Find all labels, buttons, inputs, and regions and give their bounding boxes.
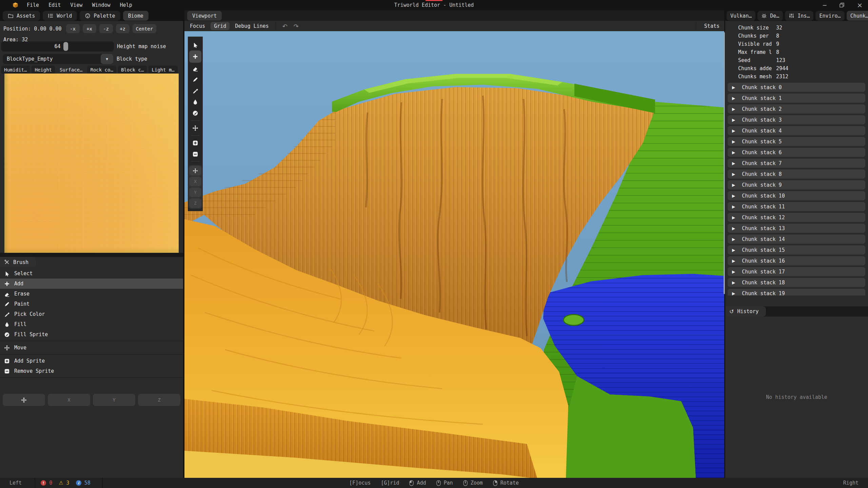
- triangle-right-icon[interactable]: ▶: [732, 150, 735, 155]
- brush-tool-item[interactable]: Remove Sprite: [0, 366, 183, 376]
- triangle-right-icon[interactable]: ▶: [732, 237, 735, 242]
- position-button[interactable]: -z: [99, 24, 113, 33]
- triangle-right-icon[interactable]: ▶: [732, 85, 735, 90]
- triangle-right-icon[interactable]: ▶: [732, 194, 735, 198]
- brush-tool-item[interactable]: Move: [0, 343, 183, 353]
- warning-count[interactable]: 3: [66, 480, 70, 486]
- menu-item[interactable]: Help: [115, 0, 137, 10]
- viewport-tool-button[interactable]: [189, 63, 201, 74]
- chunk-stack-row[interactable]: ▶ Chunk stack 16: [728, 256, 865, 265]
- brush-tool-item[interactable]: Erase: [0, 289, 183, 299]
- chunk-stack-row[interactable]: ▶ Chunk stack 1: [728, 94, 865, 103]
- brush-tool-item[interactable]: Add Sprite: [0, 356, 183, 366]
- viewport-tool-button[interactable]: [189, 85, 201, 96]
- chunk-stack-row[interactable]: ▶ Chunk stack 6: [728, 148, 865, 157]
- error-icon[interactable]: !: [41, 480, 46, 486]
- brush-tool-item[interactable]: Pick Color: [0, 309, 183, 319]
- chunk-stack-row[interactable]: ▶ Chunk stack 8: [728, 169, 865, 179]
- panel-tab[interactable]: Palette: [80, 11, 120, 21]
- redo-icon[interactable]: ↷: [291, 23, 302, 30]
- chunk-stack-row[interactable]: ▶ Chunk stack 9: [728, 180, 865, 189]
- chunk-stack-row[interactable]: ▶ Chunk stack 0: [728, 83, 865, 92]
- viewport-tool-button[interactable]: [189, 50, 201, 63]
- menu-item[interactable]: View: [65, 0, 87, 10]
- error-count[interactable]: 0: [49, 480, 52, 486]
- triangle-right-icon[interactable]: ▶: [732, 280, 735, 285]
- info-icon[interactable]: i: [76, 480, 81, 486]
- panel-tab[interactable]: Ins…: [785, 11, 813, 21]
- position-button[interactable]: -x: [66, 24, 80, 33]
- map-layer-tab[interactable]: Surface…: [57, 65, 85, 74]
- chunk-stack-row[interactable]: ▶ Chunk stack 17: [728, 267, 865, 276]
- menu-item[interactable]: File: [22, 0, 44, 10]
- triangle-right-icon[interactable]: ▶: [732, 161, 735, 166]
- chunk-stack-row[interactable]: ▶ Chunk stack 5: [728, 137, 865, 146]
- biome-map-preview[interactable]: [4, 74, 179, 253]
- history-tab[interactable]: ↺ History: [725, 306, 766, 317]
- brush-tool-item[interactable]: Fill: [0, 319, 183, 329]
- viewport-tool-button[interactable]: [189, 107, 201, 119]
- panel-tab[interactable]: Assets: [3, 11, 40, 21]
- brush-tool-item[interactable]: Select: [0, 268, 183, 279]
- position-button[interactable]: +z: [116, 24, 130, 33]
- menu-item[interactable]: Edit: [44, 0, 65, 10]
- map-layer-tab[interactable]: Height: [32, 65, 55, 74]
- stats-toggle[interactable]: Stats: [699, 23, 724, 29]
- triangle-right-icon[interactable]: ▶: [732, 172, 735, 177]
- triangle-right-icon[interactable]: ▶: [732, 139, 735, 144]
- triangle-right-icon[interactable]: ▶: [732, 107, 735, 111]
- focus-button[interactable]: Focus: [186, 22, 209, 30]
- height-noise-slider[interactable]: 64: [1, 41, 114, 52]
- axis-button[interactable]: X: [48, 394, 90, 406]
- minimize-button[interactable]: −: [822, 0, 827, 10]
- chunk-stack-row[interactable]: ▶ Chunk stack 13: [728, 224, 865, 233]
- viewport-tool-button[interactable]: [189, 148, 201, 160]
- brush-tool-item[interactable]: Fill Sprite: [0, 329, 183, 340]
- maximize-button[interactable]: [839, 2, 845, 8]
- chunk-stack-row[interactable]: ▶ Chunk stack 2: [728, 104, 865, 114]
- triangle-right-icon[interactable]: ▶: [732, 259, 735, 263]
- triangle-right-icon[interactable]: ▶: [732, 118, 735, 122]
- panel-tab[interactable]: Enviro…: [815, 11, 844, 21]
- panel-tab[interactable]: World: [43, 11, 77, 21]
- triangle-right-icon[interactable]: ▶: [732, 291, 735, 296]
- chunk-panel-scrollbar[interactable]: [724, 32, 725, 294]
- brush-tool-item[interactable]: Paint: [0, 299, 183, 309]
- grid-toggle-button[interactable]: Grid: [211, 22, 230, 30]
- undo-icon[interactable]: ↶: [279, 23, 291, 30]
- warning-icon[interactable]: ⚠: [59, 480, 63, 486]
- brush-tool-item[interactable]: Add: [0, 279, 183, 289]
- triangle-right-icon[interactable]: ▶: [732, 215, 735, 220]
- map-layer-tab[interactable]: Rock co…: [87, 65, 116, 74]
- triangle-right-icon[interactable]: ▶: [732, 248, 735, 252]
- brush-section-tab[interactable]: Brush: [0, 257, 36, 267]
- triangle-right-icon[interactable]: ▶: [732, 183, 735, 187]
- viewport-axis-button[interactable]: [189, 166, 201, 176]
- chunk-stack-row[interactable]: ▶ Chunk stack 15: [728, 245, 865, 255]
- chunk-stack-row[interactable]: ▶ Chunk stack 14: [728, 235, 865, 244]
- close-button[interactable]: ×: [857, 0, 863, 10]
- panel-tab[interactable]: Vulkan…: [727, 11, 755, 21]
- viewport-tool-button[interactable]: [189, 137, 201, 148]
- chunk-stack-row[interactable]: ▶ Chunk stack 4: [728, 126, 865, 135]
- viewport-tool-button[interactable]: [189, 122, 201, 134]
- map-layer-tab[interactable]: Block c…: [118, 65, 147, 74]
- chunk-stack-row[interactable]: ▶ Chunk stack 11: [728, 202, 865, 211]
- triangle-right-icon[interactable]: ▶: [732, 269, 735, 274]
- viewport-tool-button[interactable]: [189, 96, 201, 107]
- menu-item[interactable]: Window: [87, 0, 115, 10]
- map-layer-tab[interactable]: Humidit…: [1, 65, 30, 74]
- triangle-right-icon[interactable]: ▶: [732, 204, 735, 209]
- chunk-stack-row[interactable]: ▶ Chunk stack 12: [728, 213, 865, 222]
- panel-tab[interactable]: De…: [757, 11, 783, 21]
- viewport-axis-button[interactable]: X: [189, 177, 201, 186]
- tab-viewport[interactable]: Viewport: [187, 11, 222, 21]
- position-button[interactable]: Center: [133, 24, 157, 33]
- viewport-canvas[interactable]: [184, 31, 724, 478]
- debug-lines-button[interactable]: Debug Lines: [232, 22, 272, 30]
- chunk-stack-row[interactable]: ▶ Chunk stack 18: [728, 278, 865, 287]
- chunk-stack-row[interactable]: ▶ Chunk stack 19: [728, 289, 865, 296]
- block-type-select[interactable]: BlockType_Empty ▼: [3, 54, 113, 64]
- axis-button[interactable]: [3, 394, 45, 406]
- chevron-down-icon[interactable]: ▼: [101, 54, 113, 64]
